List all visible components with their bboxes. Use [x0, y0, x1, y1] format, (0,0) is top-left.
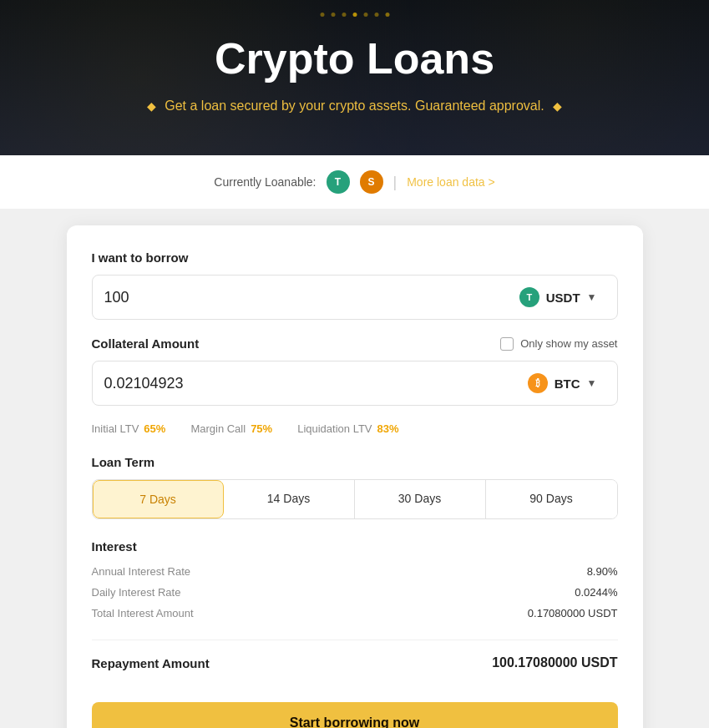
loanable-bar: Currently Loanable: T S | More loan data…	[0, 155, 709, 209]
borrow-section-label: I want to borrow	[92, 250, 618, 265]
total-interest-label: Total Interest Amount	[92, 607, 194, 619]
collateral-input-row: ₿ BTC ▼	[92, 361, 618, 406]
repayment-value: 100.17080000 USDT	[492, 655, 617, 670]
ltv-row: Initial LTV 65% Margin Call 75% Liquidat…	[92, 422, 618, 435]
collateral-label: Collateral Amount	[92, 336, 200, 351]
loanable-label: Currently Loanable:	[214, 175, 316, 189]
usdt-currency-selector[interactable]: T USDT ▼	[511, 282, 605, 312]
only-show-label: Only show my asset	[520, 337, 617, 350]
repayment-label: Repayment Amount	[92, 656, 210, 670]
interest-title: Interest	[92, 539, 618, 554]
borrow-input-row: T USDT ▼	[92, 275, 618, 320]
annual-rate-value: 8.90%	[587, 565, 618, 578]
start-borrowing-button[interactable]: Start borrowing now	[92, 702, 618, 728]
btc-currency-name: BTC	[555, 377, 580, 391]
diamond-right-icon: ◆	[553, 99, 562, 113]
btc-chevron-icon: ▼	[587, 377, 597, 389]
margin-call: Margin Call 75%	[190, 422, 272, 435]
diamond-left-icon: ◆	[147, 99, 156, 113]
usdt-currency-name: USDT	[546, 291, 580, 305]
term-option-7days[interactable]: 7 Days	[93, 480, 224, 518]
usdt-chevron-icon: ▼	[587, 291, 597, 303]
term-options-grid: 7 Days 14 Days 30 Days 90 Days	[92, 479, 618, 519]
more-loan-data-link[interactable]: More loan data >	[407, 175, 494, 189]
daily-rate-label: Daily Interest Rate	[92, 586, 181, 599]
initial-ltv-value: 65%	[144, 422, 165, 435]
annual-interest-row: Annual Interest Rate 8.90%	[92, 565, 618, 578]
collateral-amount-input[interactable]	[104, 375, 519, 392]
only-show-my-asset-toggle[interactable]: Only show my asset	[500, 337, 617, 351]
only-show-checkbox[interactable]	[500, 337, 514, 351]
btc-currency-selector[interactable]: ₿ BTC ▼	[519, 368, 605, 398]
borrow-amount-input[interactable]	[104, 289, 511, 306]
hero-section: Crypto Loans ◆ Get a loan secured by you…	[0, 0, 709, 155]
interest-section: Interest Annual Interest Rate 8.90% Dail…	[92, 539, 618, 619]
loan-term-section: Loan Term 7 Days 14 Days 30 Days 90 Days	[92, 455, 618, 519]
initial-ltv: Initial LTV 65%	[92, 422, 166, 435]
divider: |	[393, 174, 398, 191]
term-option-90days[interactable]: 90 Days	[486, 480, 617, 518]
liquidation-ltv-label: Liquidation LTV	[297, 422, 372, 435]
shib-token-icon[interactable]: S	[360, 170, 383, 194]
loan-card: I want to borrow T USDT ▼ Collateral Amo…	[67, 225, 643, 728]
term-option-30days[interactable]: 30 Days	[355, 480, 486, 518]
subtitle-text: Get a loan secured by your crypto assets…	[165, 99, 544, 114]
liquidation-ltv: Liquidation LTV 83%	[297, 422, 398, 435]
usdt-token-icon[interactable]: T	[327, 170, 350, 194]
total-interest-value: 0.17080000 USDT	[528, 607, 618, 619]
liquidation-ltv-value: 83%	[377, 422, 399, 435]
usdt-selector-icon: T	[519, 287, 539, 307]
total-interest-row: Total Interest Amount 0.17080000 USDT	[92, 607, 618, 619]
annual-rate-label: Annual Interest Rate	[92, 565, 191, 578]
btc-selector-icon: ₿	[528, 373, 548, 393]
margin-call-value: 75%	[251, 422, 272, 435]
term-option-14days[interactable]: 14 Days	[224, 480, 355, 518]
daily-interest-row: Daily Interest Rate 0.0244%	[92, 586, 618, 599]
initial-ltv-label: Initial LTV	[92, 422, 139, 435]
page-title: Crypto Loans	[17, 33, 692, 83]
margin-call-label: Margin Call	[190, 422, 246, 435]
loan-term-label: Loan Term	[92, 455, 618, 469]
daily-rate-value: 0.0244%	[575, 586, 617, 599]
repayment-row: Repayment Amount 100.17080000 USDT	[92, 640, 618, 685]
collateral-header: Collateral Amount Only show my asset	[92, 336, 618, 351]
hero-subtitle: ◆ Get a loan secured by your crypto asse…	[17, 99, 692, 114]
